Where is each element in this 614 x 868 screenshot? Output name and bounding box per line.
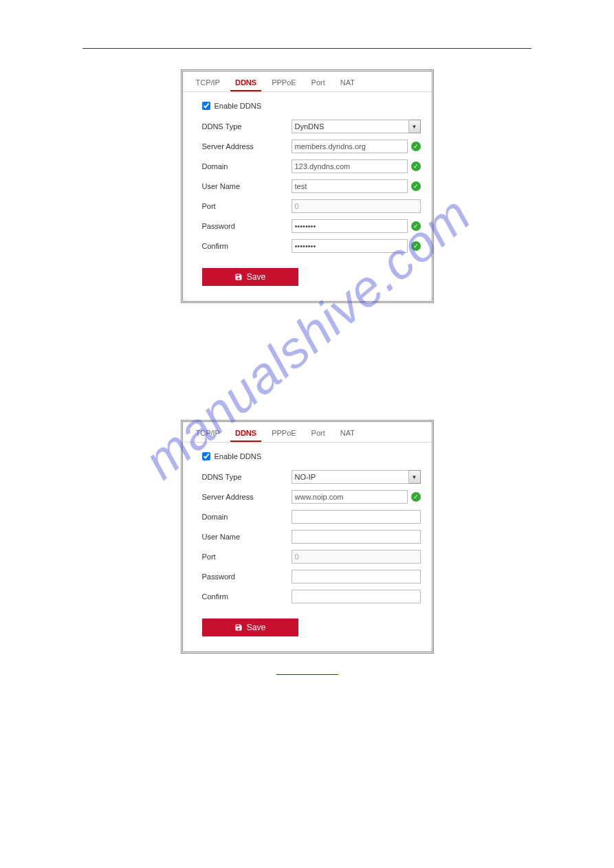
- chevron-down-icon: ▼: [409, 120, 421, 133]
- port-input[interactable]: [292, 550, 421, 564]
- save-button-label: Save: [247, 623, 265, 632]
- tab-ddns[interactable]: DDNS: [230, 76, 261, 91]
- valid-check-icon: ✓: [411, 221, 421, 231]
- tab-bar: TCP/IP DDNS PPPoE Port NAT: [183, 422, 432, 443]
- server-address-input[interactable]: [292, 140, 408, 153]
- tab-ddns[interactable]: DDNS: [230, 426, 261, 442]
- server-address-label: Server Address: [202, 142, 292, 151]
- enable-ddns-label: Enable DDNS: [215, 452, 261, 460]
- domain-label: Domain: [202, 162, 292, 170]
- tab-port[interactable]: Port: [307, 426, 330, 442]
- save-button[interactable]: Save: [202, 619, 298, 636]
- server-address-label: Server Address: [202, 493, 292, 501]
- domain-input[interactable]: [292, 159, 408, 173]
- port-label: Port: [202, 202, 292, 210]
- valid-check-icon: ✓: [411, 142, 421, 151]
- user-name-input[interactable]: [292, 179, 408, 193]
- tab-pppoe[interactable]: PPPoE: [267, 426, 300, 442]
- password-label: Password: [202, 222, 292, 230]
- save-icon: [234, 623, 243, 632]
- save-button[interactable]: Save: [202, 268, 298, 286]
- enable-ddns-row[interactable]: Enable DDNS: [202, 452, 421, 460]
- valid-check-icon: ✓: [411, 181, 421, 191]
- domain-input[interactable]: [292, 510, 421, 524]
- tab-bar: TCP/IP DDNS PPPoE Port NAT: [183, 71, 432, 92]
- enable-ddns-checkbox[interactable]: [202, 102, 210, 110]
- confirm-input[interactable]: [292, 590, 421, 603]
- user-name-label: User Name: [202, 533, 292, 541]
- tab-tcpip[interactable]: TCP/IP: [191, 76, 225, 91]
- save-button-label: Save: [247, 272, 265, 282]
- user-name-input[interactable]: [292, 530, 421, 544]
- ddns-type-select[interactable]: DynDNS ▼: [292, 120, 421, 133]
- port-label: Port: [202, 553, 292, 561]
- valid-check-icon: ✓: [411, 241, 421, 251]
- server-address-input[interactable]: [292, 490, 408, 504]
- confirm-input[interactable]: [292, 239, 408, 253]
- tab-nat[interactable]: NAT: [336, 76, 360, 91]
- enable-ddns-label: Enable DDNS: [215, 102, 261, 110]
- caption-underline: [276, 674, 338, 675]
- domain-label: Domain: [202, 513, 292, 521]
- port-input[interactable]: [292, 199, 421, 213]
- ddns-type-label: DDNS Type: [202, 122, 292, 131]
- ddns-type-label: DDNS Type: [202, 473, 292, 481]
- password-input[interactable]: [292, 219, 408, 233]
- ddns-panel-noip: TCP/IP DDNS PPPoE Port NAT Enable DDNS D…: [181, 420, 434, 654]
- password-input[interactable]: [292, 570, 421, 583]
- confirm-label: Confirm: [202, 592, 292, 601]
- valid-check-icon: ✓: [411, 492, 421, 502]
- user-name-label: User Name: [202, 182, 292, 190]
- tab-pppoe[interactable]: PPPoE: [267, 76, 300, 91]
- password-label: Password: [202, 572, 292, 581]
- save-icon: [234, 273, 243, 281]
- valid-check-icon: ✓: [411, 162, 421, 171]
- tab-tcpip[interactable]: TCP/IP: [191, 426, 225, 442]
- tab-nat[interactable]: NAT: [336, 426, 360, 442]
- ddns-panel-dyndns: TCP/IP DDNS PPPoE Port NAT Enable DDNS D…: [181, 69, 434, 303]
- tab-port[interactable]: Port: [307, 76, 330, 91]
- chevron-down-icon: ▼: [409, 470, 421, 484]
- enable-ddns-row[interactable]: Enable DDNS: [202, 102, 421, 110]
- confirm-label: Confirm: [202, 242, 292, 250]
- horizontal-rule: [83, 48, 531, 49]
- ddns-type-select[interactable]: NO-IP ▼: [292, 470, 421, 484]
- enable-ddns-checkbox[interactable]: [202, 452, 210, 460]
